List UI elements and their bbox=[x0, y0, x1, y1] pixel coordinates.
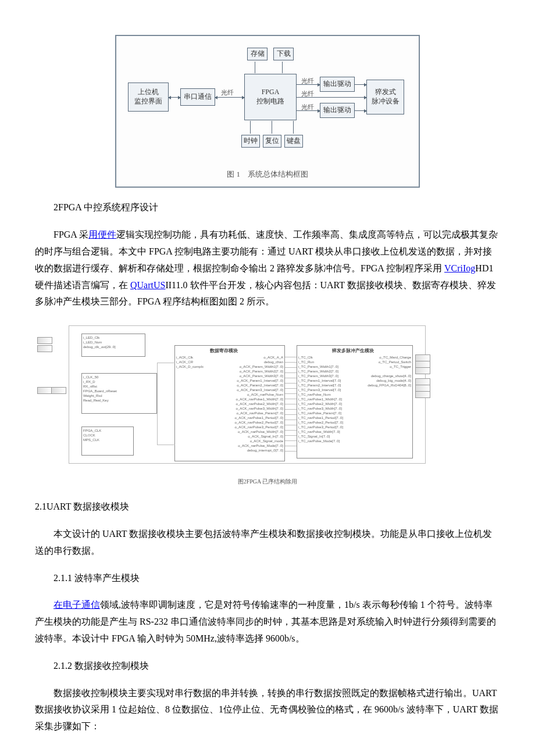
pin-label: i_TC_Run bbox=[298, 360, 343, 364]
pin-label: i_TC_narPulse_Num bbox=[298, 392, 343, 397]
pin-label: i_TC_narPulse2_Period[7..0] bbox=[298, 420, 343, 425]
pin-label: i_TC_Param2_Interval[7..0] bbox=[298, 383, 343, 388]
pin-label: o_ACK_narPulse2_Width[7..0] bbox=[235, 402, 283, 406]
pin-label: o_ACK_narPulse2_Period[7..0] bbox=[235, 420, 283, 425]
pin-label: debug_charge_show[4..0] bbox=[368, 374, 411, 378]
arrow bbox=[355, 110, 366, 111]
sch-recv-ctrl: 数据接收控制模块 i_CLK_50i_RX_DRX_nRstFPGA_Board… bbox=[81, 373, 157, 414]
io-pad bbox=[37, 337, 52, 344]
pin-label: i_TC_Signal_In[7..0] bbox=[298, 434, 343, 439]
figure-1: 上位机监控界面 串口通信 FPGA控制电路 存储 下载 时钟 复位 键盘 输出驱… bbox=[35, 35, 500, 188]
io-pad bbox=[37, 345, 52, 352]
pin-label: o_ACK_narPulse_Param[7..0] bbox=[235, 411, 283, 415]
pin-label: o_ACK_Param3_Interval[7..0] bbox=[235, 388, 283, 392]
sch-pulse: 猝发多脉冲产生模块 i_TC_Clki_TC_Runi_TC_Param_Wid… bbox=[297, 345, 413, 458]
block-download: 下载 bbox=[273, 48, 294, 60]
pin-label: o_ACK_Signal_In[7..0] bbox=[235, 434, 283, 439]
pin-label: o_TC_Mard_Charge bbox=[368, 355, 411, 360]
label-fiber: 光纤 bbox=[301, 76, 314, 87]
pin-label: i_CLK_50 bbox=[83, 375, 117, 379]
pin-label: o_ACK_narPulse3_Width[7..0] bbox=[235, 406, 283, 411]
block-fpga: FPGA控制电路 bbox=[244, 74, 297, 120]
pin-label: i_RX_D bbox=[83, 379, 117, 384]
pin-label: Weight_Rxd bbox=[83, 393, 117, 398]
pin-label: o_ACK_Param_Width3[7..0] bbox=[235, 374, 283, 378]
pin-label: MPS_CLK bbox=[83, 438, 101, 442]
vline bbox=[255, 62, 255, 73]
pin-label: i_ACK_CR bbox=[176, 360, 204, 364]
pin-label: o_TC_Period_Switch bbox=[368, 360, 411, 364]
vline bbox=[272, 121, 272, 134]
text: 领域,波特率即调制速度，它是对符号传输速率的一种度量，1b/s 表示每秒传输 1… bbox=[35, 600, 496, 643]
vline bbox=[250, 121, 251, 134]
io-pad bbox=[415, 367, 430, 374]
pin-label: i_TC_narPulse_Mode[7..0] bbox=[298, 439, 343, 443]
pin-label: CLOCK bbox=[83, 433, 101, 438]
pin-label: o_TC_Trigger bbox=[368, 364, 411, 369]
link-hardware[interactable]: 用便件 bbox=[88, 230, 116, 239]
io-pad bbox=[415, 391, 430, 398]
block-outdrv2: 输出驱动 bbox=[320, 103, 355, 118]
pin-label: FPGA_Board_nReset bbox=[83, 389, 117, 393]
figure-1-caption: 图 1 系统总体结构框图 bbox=[128, 167, 407, 181]
label-fiber: 光纤 bbox=[221, 87, 234, 99]
block-keypad: 键盘 bbox=[284, 135, 303, 148]
pin-label: i_TC_narPulse1_Period[7..0] bbox=[298, 415, 343, 420]
pin-label: debug_chan bbox=[235, 360, 283, 364]
label-fiber: 光纤 bbox=[301, 88, 314, 100]
block-store: 存储 bbox=[247, 48, 268, 60]
pin-label: o_ACK_Param_Width1[7..0] bbox=[235, 364, 283, 369]
block-device: 猝发式脉冲设备 bbox=[366, 80, 404, 114]
pin-label: RX_nRst bbox=[83, 384, 117, 389]
pin-label: i_TC_narPulse2_Width[7..0] bbox=[298, 402, 343, 406]
pin-label: o_ACK_A_A bbox=[235, 355, 283, 360]
vline bbox=[293, 121, 294, 134]
io-pad bbox=[37, 387, 52, 394]
pin-label: o_ACK_narPulse_Num bbox=[235, 392, 283, 397]
section-2-1-title: 2.1UART 数据接收模块 bbox=[35, 499, 500, 515]
pin-label: debug_interrupt_0[7..0] bbox=[235, 448, 283, 453]
pin-label: i_TC_narPulse3_Width[7..0] bbox=[298, 406, 343, 411]
sch-register: 数据寄存模块 i_ACK_Clki_ACK_CRi_ACK_D_complx o… bbox=[174, 345, 285, 461]
sch-baud: 波特率产生模块 FPGA_CLKCLOCKMPS_CLK bbox=[81, 427, 134, 456]
section-2-1-2-title: 2.1.2 数据接收控制模块 bbox=[35, 658, 500, 675]
pin-label: i_ACK_Clk bbox=[176, 355, 204, 360]
link-quartus[interactable]: QUartUS bbox=[130, 280, 165, 290]
block-clock: 时钟 bbox=[241, 135, 260, 148]
pin-label: i_LED_Num bbox=[83, 340, 116, 345]
pin-label: o_ACK_Param1_Interval[7..0] bbox=[235, 378, 283, 383]
pin-label: i_TC_Param_Width3[7..0] bbox=[298, 374, 343, 378]
pin-label: o_ACK_Signal_mode bbox=[235, 439, 283, 443]
pin-label: i_TC_narPulse3_Period[7..0] bbox=[298, 425, 343, 429]
link-verilog[interactable]: VCriIog bbox=[444, 263, 475, 273]
figure-2: i_LED_Clki_LED_Numdebug_clk_out[29..0] 数… bbox=[35, 322, 500, 487]
pin-label: i_TC_narPulse_Width[7..0] bbox=[298, 429, 343, 434]
section-2-title: 2FPGA 中控系统程序设计 bbox=[35, 199, 500, 216]
link-ecomm[interactable]: 在电子通信 bbox=[54, 600, 100, 610]
pin-label: o_ACK_narPulse_Mode[7..0] bbox=[235, 443, 283, 448]
label-fiber: 光纤 bbox=[301, 102, 314, 113]
pin-label: i_TC_Clk bbox=[298, 355, 343, 360]
pin-label: FPGA_CLK bbox=[83, 428, 101, 433]
section-2-1-paragraph: 本文设计的 UART 数据接收模块主要包括波特率产生模块和数据接收控制模块。功能… bbox=[35, 526, 500, 560]
pin-label: i_ACK_D_complx bbox=[176, 364, 204, 369]
block-outdrv1: 输出驱动 bbox=[320, 77, 355, 92]
pin-label: debug_clk_out[29..0] bbox=[83, 345, 116, 349]
pin-label: o_ACK_Param_Width2[7..0] bbox=[235, 369, 283, 374]
pin-label: i_TC_Param1_Interval[7..0] bbox=[298, 378, 343, 383]
vline bbox=[282, 62, 283, 73]
pin-label: i_TC_Param_Width1[7..0] bbox=[298, 364, 343, 369]
section-2-1-1-paragraph: 在电子通信领域,波特率即调制速度，它是对符号传输速率的一种度量，1b/s 表示每… bbox=[35, 597, 500, 647]
sch-pulse-title: 猝发多脉冲产生模块 bbox=[332, 347, 374, 355]
pin-label: i_TC_narPulse_Param[7..0] bbox=[298, 411, 343, 415]
pin-label bbox=[368, 369, 411, 374]
io-pad bbox=[51, 387, 66, 394]
bus-lines bbox=[285, 357, 297, 456]
pin-label: i_LED_Clk bbox=[83, 335, 116, 340]
pin-label: o_ACK_narPulse1_Period[7..0] bbox=[235, 415, 283, 420]
section-2-1-2-paragraph: 数据接收控制模块主要实现对串行数据的串并转换，转换的串行数据按照既定的数据帧格式… bbox=[35, 685, 500, 735]
text: FPGA 采 bbox=[54, 230, 88, 239]
section-2-paragraph: FPGA 采用便件逻辑实现控制功能，具有功耗低、速度快、工作频率高、集成度高等特… bbox=[35, 227, 500, 310]
bus-lines bbox=[157, 363, 175, 445]
figure-1-frame: 上位机监控界面 串口通信 FPGA控制电路 存储 下载 时钟 复位 键盘 输出驱… bbox=[115, 35, 420, 188]
